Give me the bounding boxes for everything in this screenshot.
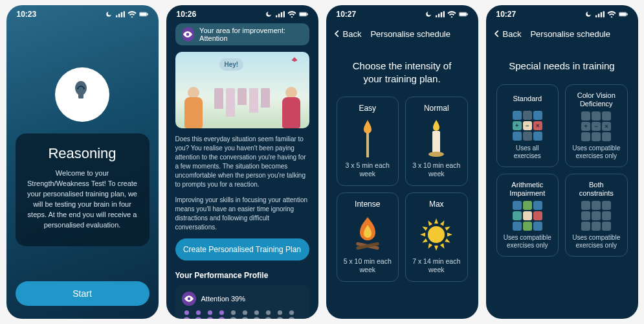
svg-rect-32 [443, 11, 444, 17]
intro-body: Welcome to your Strength/Weakness Test! … [26, 168, 139, 231]
attention-people-meter [182, 310, 303, 319]
nav-title: Personalise schedule [370, 29, 450, 39]
person-left-icon [184, 87, 203, 128]
svg-rect-43 [597, 14, 599, 17]
status-time: 10:26 [177, 10, 197, 19]
card-title: Intense [355, 200, 380, 209]
svg-rect-11 [278, 14, 279, 17]
bird-icon [290, 56, 299, 65]
dnd-moon-icon [264, 11, 273, 17]
attention-score-label: Attention 39% [201, 295, 246, 303]
person-icon [240, 310, 250, 319]
battery-icon [139, 11, 148, 17]
intensity-card-max[interactable]: Max 7 x 14 min each week [405, 192, 468, 282]
create-plan-button-label: Create Personalised Training Plan [183, 245, 301, 254]
svg-rect-45 [603, 11, 604, 17]
screen-special-needs: 10:27 Back Personalise schedule Special … [486, 5, 638, 319]
candle-icon [427, 117, 446, 161]
svg-rect-2 [120, 12, 122, 17]
create-plan-button[interactable]: Create Personalised Training Plan [175, 238, 309, 260]
screen-attention-result: 10:26 Your area for improvement: Attenti… [166, 5, 318, 319]
back-label: Back [503, 29, 522, 39]
dnd-moon-icon [104, 11, 113, 17]
scenario-para-2: Improving your skills in focusing your a… [175, 196, 309, 232]
sun-icon [419, 213, 454, 257]
svg-rect-47 [619, 13, 626, 16]
card-title: Both constraints [571, 181, 622, 198]
svg-rect-42 [595, 16, 597, 17]
card-title: Standard [513, 91, 542, 107]
person-icon [194, 310, 203, 319]
dnd-moon-icon [424, 11, 433, 17]
screen-intensity: 10:27 Back Personalise schedule Choose t… [326, 5, 478, 319]
person-icon [205, 310, 215, 319]
signal-icon [436, 11, 445, 17]
svg-rect-35 [467, 14, 467, 16]
reasoning-illustration [6, 23, 159, 127]
eye-icon [182, 27, 195, 41]
card-title: Normal [424, 104, 449, 113]
svg-point-18 [188, 298, 189, 299]
wifi-icon [128, 11, 137, 17]
intensity-card-intense[interactable]: Intense 5 x 10 min each week [337, 192, 399, 282]
svg-point-22 [219, 310, 223, 315]
svg-rect-6 [147, 14, 148, 16]
person-icon [287, 310, 296, 319]
card-sub: Uses compatible exercises only [571, 234, 622, 249]
needs-card-both[interactable]: Both constraints Uses compatible exercis… [565, 174, 628, 257]
svg-rect-37 [432, 131, 440, 154]
needs-heading: Special needs in training [504, 60, 620, 73]
svg-rect-9 [78, 94, 83, 98]
wifi-icon [607, 11, 616, 17]
svg-rect-16 [307, 14, 307, 16]
back-label: Back [343, 29, 362, 39]
card-sub: 3 x 5 min each week [341, 161, 395, 179]
intensity-card-easy[interactable]: Easy 3 x 5 min each week [337, 97, 399, 186]
dnd-moon-icon [584, 11, 593, 17]
svg-point-21 [207, 310, 212, 315]
svg-point-23 [230, 310, 235, 315]
intensity-grid: Easy 3 x 5 min each week Normal 3 x 10 m… [326, 97, 478, 282]
improvement-banner-text: Your area for improvement: Attention [199, 27, 302, 42]
nav-title: Personalise schedule [530, 29, 610, 39]
card-sub: 3 x 10 min each week [410, 161, 463, 179]
back-button[interactable]: Back [333, 29, 362, 39]
status-bar: 10:26 [166, 5, 318, 23]
person-right-icon [282, 87, 300, 128]
battery-icon [299, 11, 308, 17]
status-bar: 10:23 [6, 5, 159, 23]
svg-rect-10 [276, 16, 277, 17]
back-button[interactable]: Back [493, 29, 522, 39]
intensity-card-normal[interactable]: Normal 3 x 10 min each week [405, 97, 468, 186]
signal-icon [595, 11, 605, 17]
needs-card-cvd[interactable]: Color Vision Deficiency +−× Uses compati… [565, 84, 628, 167]
person-icon [217, 310, 227, 319]
svg-rect-12 [280, 12, 282, 17]
svg-rect-0 [116, 16, 117, 17]
svg-rect-30 [438, 14, 439, 17]
card-title: Arithmetic Impairment [502, 181, 553, 198]
card-sub: Uses all exercises [502, 145, 553, 160]
svg-point-20 [195, 310, 200, 315]
start-button[interactable]: Start [16, 281, 150, 306]
person-icon [263, 310, 273, 319]
profile-attention-card[interactable]: Attention 39% [175, 285, 309, 319]
battery-icon [459, 11, 468, 17]
scenario-para-1: Does this everyday situation seem famili… [175, 135, 309, 189]
svg-rect-3 [123, 11, 124, 17]
intro-title: Reasoning [26, 145, 139, 162]
improvement-banner: Your area for improvement: Attention [175, 23, 309, 45]
speech-bubble: Hey! [219, 58, 244, 71]
status-bar: 10:27 [326, 5, 478, 23]
tiles-icon [513, 201, 542, 231]
needs-card-standard[interactable]: Standard +−× Uses all exercises [496, 84, 559, 167]
chevron-left-icon [333, 29, 342, 38]
head-lightbulb-icon [50, 62, 115, 127]
start-button-label: Start [72, 288, 92, 299]
battery-icon [619, 11, 628, 17]
scenario-illustration: Hey! [175, 52, 309, 128]
status-indicators [584, 11, 628, 17]
svg-rect-1 [118, 14, 119, 17]
needs-card-arithmetic[interactable]: Arithmetic Impairment Uses compatible ex… [496, 174, 559, 257]
svg-point-19 [184, 310, 188, 315]
